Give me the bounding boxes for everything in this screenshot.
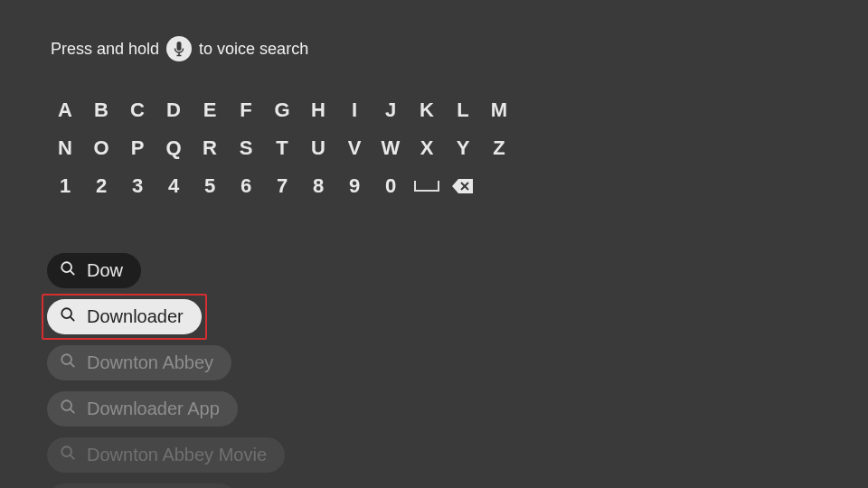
keyboard-row-letters-1: ABCDEFGHIJKLM <box>47 94 868 127</box>
key-7[interactable]: 7 <box>264 170 300 202</box>
key-e[interactable]: E <box>192 94 228 127</box>
search-query-typed[interactable]: Dow <box>47 253 141 288</box>
key-p[interactable]: P <box>119 132 156 164</box>
key-c[interactable]: C <box>119 94 156 127</box>
suggestion-label: Dow <box>87 260 123 281</box>
svg-line-12 <box>71 409 75 414</box>
key-r[interactable]: R <box>192 132 228 164</box>
key-z[interactable]: Z <box>481 132 517 164</box>
key-m[interactable]: M <box>481 94 517 127</box>
svg-line-8 <box>71 317 75 322</box>
key-u[interactable]: U <box>300 132 336 164</box>
svg-point-9 <box>61 354 71 364</box>
search-icon <box>60 399 76 419</box>
search-icon <box>60 445 76 465</box>
svg-point-11 <box>61 400 71 410</box>
svg-line-10 <box>71 363 75 368</box>
key-n[interactable]: N <box>47 132 83 164</box>
key-8[interactable]: 8 <box>300 170 336 202</box>
key-s[interactable]: S <box>228 132 264 164</box>
suggestion-item[interactable]: Down Periscope <box>47 483 237 488</box>
key-0[interactable]: 0 <box>373 170 409 202</box>
key-a[interactable]: A <box>47 94 83 127</box>
key-y[interactable]: Y <box>445 132 481 164</box>
key-f[interactable]: F <box>228 94 264 127</box>
key-x[interactable]: X <box>409 132 445 164</box>
key-4[interactable]: 4 <box>156 170 192 202</box>
search-icon <box>60 352 76 373</box>
search-icon <box>60 260 76 281</box>
keyboard-row-letters-2: NOPQRSTUVWXYZ <box>47 132 868 164</box>
key-9[interactable]: 9 <box>336 170 373 202</box>
microphone-icon <box>166 36 192 61</box>
svg-line-6 <box>71 271 75 276</box>
suggestion-label: Downloader App <box>87 399 220 419</box>
key-1[interactable]: 1 <box>47 170 83 202</box>
key-l[interactable]: L <box>445 94 481 127</box>
suggestion-item[interactable]: Downton Abbey <box>47 345 231 380</box>
key-3[interactable]: 3 <box>119 170 156 202</box>
keyboard-row-numbers: 1234567890 <box>47 170 868 202</box>
suggestion-item[interactable]: Downloader App <box>47 391 238 427</box>
key-o[interactable]: O <box>83 132 119 164</box>
key-h[interactable]: H <box>300 94 336 127</box>
suggestion-item[interactable]: Downton Abbey Movie <box>47 437 285 473</box>
voice-search-hint: Press and hold to voice search <box>0 0 868 61</box>
suggestion-item[interactable]: Downloader <box>47 299 202 334</box>
suggestion-label: Downloader <box>87 306 184 327</box>
key-g[interactable]: G <box>264 94 300 127</box>
svg-point-13 <box>61 446 71 456</box>
key-b[interactable]: B <box>83 94 119 127</box>
svg-point-5 <box>61 262 71 272</box>
key-j[interactable]: J <box>373 94 409 127</box>
key-backspace[interactable] <box>445 170 481 202</box>
key-2[interactable]: 2 <box>83 170 119 202</box>
key-k[interactable]: K <box>409 94 445 127</box>
key-space[interactable] <box>409 170 445 202</box>
voice-hint-suffix: to voice search <box>199 40 308 59</box>
onscreen-keyboard: ABCDEFGHIJKLM NOPQRSTUVWXYZ 1234567890 <box>0 61 868 202</box>
svg-point-7 <box>61 308 71 318</box>
voice-hint-prefix: Press and hold <box>51 40 159 59</box>
key-v[interactable]: V <box>336 132 373 164</box>
suggestion-label: Downton Abbey <box>87 352 213 373</box>
key-6[interactable]: 6 <box>228 170 264 202</box>
key-d[interactable]: D <box>156 94 192 127</box>
key-i[interactable]: I <box>336 94 373 127</box>
key-q[interactable]: Q <box>156 132 192 164</box>
svg-rect-0 <box>177 42 182 51</box>
key-5[interactable]: 5 <box>192 170 228 202</box>
search-suggestions: DowDownloaderDownton AbbeyDownloader App… <box>0 208 868 488</box>
key-w[interactable]: W <box>373 132 409 164</box>
search-icon <box>60 306 76 327</box>
svg-line-14 <box>71 455 75 460</box>
suggestion-label: Downton Abbey Movie <box>87 445 267 465</box>
key-t[interactable]: T <box>264 132 300 164</box>
